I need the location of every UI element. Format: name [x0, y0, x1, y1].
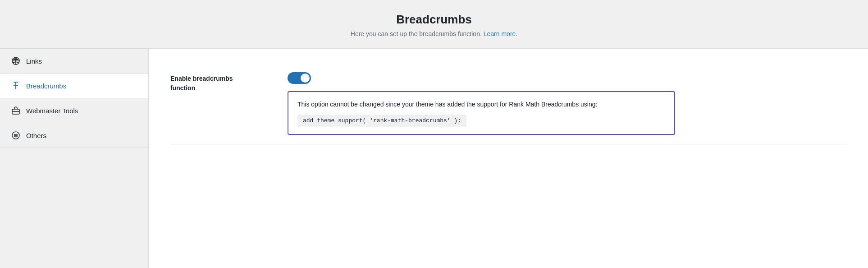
toggle-wrapper [288, 72, 846, 84]
sidebar: Links Breadcrumbs [0, 49, 149, 268]
sidebar-item-label-webmaster-tools: Webmaster Tools [26, 107, 78, 115]
code-snippet: add_theme_support( 'rank-math-breadcrumb… [297, 115, 466, 127]
notice-text: This option cannot be changed since your… [297, 99, 665, 109]
notice-box: This option cannot be changed since your… [288, 91, 675, 135]
sidebar-item-webmaster-tools[interactable]: Webmaster Tools [0, 98, 148, 123]
setting-label: Enable breadcrumbsfunction [170, 72, 270, 93]
webmaster-tools-icon [11, 106, 21, 116]
page-header: Breadcrumbs Here you can set up the brea… [0, 0, 868, 49]
breadcrumbs-toggle[interactable] [288, 72, 311, 84]
setting-row: Enable breadcrumbsfunction This option [170, 63, 846, 144]
learn-more-link[interactable]: Learn more [484, 30, 516, 37]
page-subtitle: Here you can set up the breadcrumbs func… [0, 30, 868, 37]
sidebar-item-label-breadcrumbs: Breadcrumbs [26, 82, 66, 90]
content-area: Enable breadcrumbsfunction This option [149, 49, 868, 268]
links-icon [11, 56, 21, 66]
sidebar-item-others[interactable]: Others [0, 123, 148, 148]
sidebar-item-label-links: Links [26, 57, 42, 65]
others-icon [11, 130, 21, 140]
setting-control: This option cannot be changed since your… [288, 72, 846, 135]
toggle-thumb [301, 74, 310, 83]
page-title: Breadcrumbs [0, 13, 868, 27]
page-wrapper: Breadcrumbs Here you can set up the brea… [0, 0, 868, 268]
sidebar-item-breadcrumbs[interactable]: Breadcrumbs [0, 74, 148, 98]
sidebar-item-links[interactable]: Links [0, 49, 148, 74]
main-layout: Links Breadcrumbs [0, 49, 868, 268]
sidebar-item-label-others: Others [26, 132, 46, 139]
subtitle-text: Here you can set up the breadcrumbs func… [351, 30, 482, 37]
toggle-track [288, 72, 311, 84]
breadcrumbs-icon [11, 81, 21, 91]
